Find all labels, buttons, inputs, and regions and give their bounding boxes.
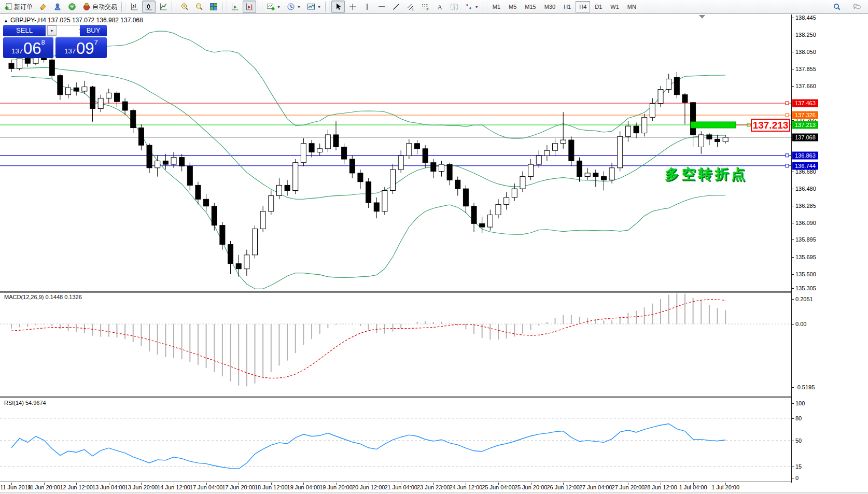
bull-candle[interactable] [504, 197, 509, 204]
bull-candle[interactable] [658, 90, 663, 104]
bear-candle[interactable] [634, 126, 639, 133]
pane-separator[interactable] [0, 396, 791, 398]
chart-annotation-text[interactable]: 多空转折点 [665, 165, 748, 184]
bull-candle[interactable] [398, 156, 403, 170]
bull-candle[interactable] [650, 103, 655, 117]
level-anchor-icon[interactable] [786, 164, 789, 167]
bear-candle[interactable] [480, 223, 485, 227]
bear-candle[interactable] [90, 87, 95, 109]
bear-candle[interactable] [374, 203, 379, 211]
bull-candle[interactable] [520, 177, 525, 189]
bull-candle[interactable] [325, 135, 330, 149]
bull-candle[interactable] [407, 144, 412, 156]
bull-candle[interactable] [439, 164, 444, 171]
bull-candle[interactable] [155, 161, 160, 167]
bull-candle[interactable] [642, 117, 647, 133]
rsi-pane[interactable] [0, 418, 791, 469]
bear-candle[interactable] [9, 63, 14, 68]
buy-price-display[interactable]: 137097 [55, 37, 107, 58]
bear-candle[interactable] [447, 164, 452, 180]
bull-candle[interactable] [487, 215, 493, 228]
bull-candle[interactable] [496, 204, 501, 215]
bear-candle[interactable] [431, 163, 436, 172]
bear-candle[interactable] [58, 76, 63, 95]
chart-shift-marker-icon[interactable] [699, 15, 705, 19]
bear-candle[interactable] [212, 206, 217, 225]
bear-candle[interactable] [601, 177, 606, 180]
bull-candle[interactable] [382, 190, 387, 211]
bull-candle[interactable] [17, 58, 22, 68]
volume-decrease-button[interactable]: ▼ [47, 25, 57, 36]
bear-candle[interactable] [349, 159, 355, 173]
sell-button[interactable]: SELL [3, 25, 46, 36]
bear-candle[interactable] [691, 103, 696, 135]
bear-candle[interactable] [342, 147, 347, 159]
bear-candle[interactable] [74, 88, 79, 91]
bear-candle[interactable] [179, 158, 185, 166]
bull-candle[interactable] [561, 140, 566, 144]
bear-candle[interactable] [195, 185, 201, 199]
bear-candle[interactable] [138, 128, 144, 146]
bear-candle[interactable] [204, 199, 209, 206]
bear-candle[interactable] [25, 58, 30, 63]
bull-candle[interactable] [98, 98, 103, 108]
bear-candle[interactable] [577, 161, 582, 176]
bull-candle[interactable] [260, 211, 265, 229]
bear-candle[interactable] [569, 140, 574, 161]
bear-candle[interactable] [122, 102, 128, 110]
buy-button[interactable]: BUY [80, 25, 107, 36]
bull-candle[interactable] [66, 88, 71, 94]
bull-candle[interactable] [625, 126, 631, 136]
bull-candle[interactable] [723, 137, 728, 142]
bear-candle[interactable] [358, 173, 363, 182]
level-anchor-icon[interactable] [786, 154, 789, 157]
bear-candle[interactable] [593, 173, 598, 177]
bear-candle[interactable] [187, 166, 192, 185]
sell-price-display[interactable]: 137068 [3, 37, 53, 58]
bull-candle[interactable] [698, 135, 704, 147]
bull-candle[interactable] [536, 156, 541, 164]
bear-candle[interactable] [220, 225, 225, 245]
bear-candle[interactable] [674, 77, 679, 95]
bull-candle[interactable] [585, 173, 590, 177]
bear-candle[interactable] [463, 189, 468, 206]
bear-candle[interactable] [49, 60, 54, 75]
bull-candle[interactable] [512, 189, 517, 197]
bull-candle[interactable] [609, 168, 614, 180]
bear-candle[interactable] [114, 93, 119, 102]
bear-candle[interactable] [415, 144, 420, 149]
main-chart-canvas[interactable] [0, 0, 868, 494]
bull-candle[interactable] [276, 185, 282, 195]
bear-candle[interactable] [309, 144, 314, 152]
bull-candle[interactable] [269, 196, 274, 211]
bear-candle[interactable] [471, 206, 477, 224]
bull-candle[interactable] [82, 87, 87, 91]
bear-candle[interactable] [228, 245, 233, 264]
bull-candle[interactable] [293, 163, 298, 191]
bear-candle[interactable] [147, 145, 152, 168]
bear-candle[interactable] [715, 139, 720, 142]
bear-candle[interactable] [131, 110, 136, 128]
bull-candle[interactable] [253, 229, 258, 255]
level-anchor-icon[interactable] [786, 114, 789, 117]
bear-candle[interactable] [285, 185, 290, 190]
bull-candle[interactable] [528, 164, 534, 177]
bear-candle[interactable] [366, 182, 371, 203]
bull-candle[interactable] [244, 255, 249, 269]
level-anchor-icon[interactable] [786, 102, 789, 105]
bear-candle[interactable] [455, 180, 460, 189]
bear-candle[interactable] [423, 149, 428, 163]
bear-candle[interactable] [682, 95, 688, 103]
bear-candle[interactable] [707, 135, 712, 139]
bull-candle[interactable] [106, 93, 111, 98]
bull-candle[interactable] [171, 158, 176, 164]
bull-candle[interactable] [317, 149, 323, 152]
highlight-rectangle[interactable] [691, 122, 736, 128]
price-pane[interactable] [0, 31, 791, 289]
price-level-tag[interactable]: 137.213 [751, 119, 790, 132]
bull-candle[interactable] [390, 170, 396, 190]
bull-candle[interactable] [553, 144, 558, 150]
pane-separator[interactable] [0, 291, 791, 293]
bull-candle[interactable] [618, 136, 623, 167]
bear-candle[interactable] [236, 264, 241, 269]
